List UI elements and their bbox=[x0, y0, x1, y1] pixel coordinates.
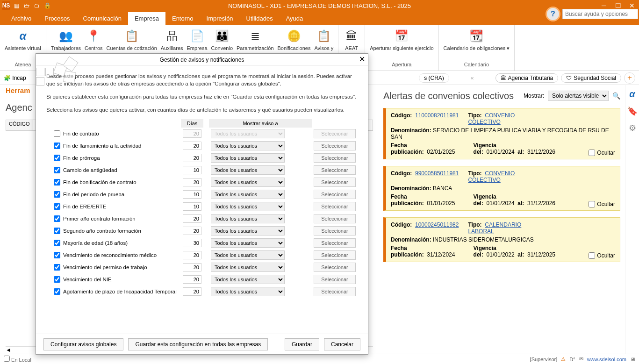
btn-cuentas[interactable]: 📋Cuentas de cotización bbox=[105, 27, 159, 52]
btn-aeat[interactable]: 🏛AEAT bbox=[341, 27, 362, 52]
help-orb-icon[interactable]: ? bbox=[546, 7, 560, 21]
row-days[interactable] bbox=[183, 166, 201, 174]
row-days[interactable] bbox=[183, 190, 201, 199]
row-check[interactable] bbox=[54, 191, 60, 198]
row-days[interactable] bbox=[183, 202, 201, 211]
btn-avisos[interactable]: 📋Avisos y bbox=[312, 27, 335, 52]
help-search-input[interactable] bbox=[562, 9, 638, 19]
row-user[interactable]: Todos los usuarios bbox=[211, 263, 285, 272]
tab-procesos[interactable]: Procesos bbox=[38, 12, 76, 25]
alerts-filter-select[interactable]: Solo alertas visibles bbox=[548, 91, 609, 101]
btn-parametrizacion[interactable]: ≣Parametrización bbox=[235, 27, 275, 52]
row-days[interactable] bbox=[183, 263, 201, 271]
row-check[interactable] bbox=[54, 130, 60, 137]
row-user[interactable]: Todos los usuarios bbox=[211, 250, 285, 260]
alert-ocultar-check[interactable] bbox=[589, 252, 595, 259]
row-check[interactable] bbox=[54, 252, 60, 258]
row-user[interactable]: Todos los usuarios bbox=[211, 287, 285, 296]
tab-utilidades[interactable]: Utilidades bbox=[240, 12, 280, 25]
tab-impresion[interactable]: Impresión bbox=[200, 12, 240, 25]
gear-icon[interactable]: ⚙ bbox=[629, 123, 636, 133]
row-select-btn[interactable]: Seleccionar bbox=[314, 178, 356, 187]
row-user[interactable]: Todos los usuarios bbox=[211, 178, 285, 187]
row-check[interactable] bbox=[54, 143, 60, 149]
row-check[interactable] bbox=[54, 240, 60, 246]
collapse-icon[interactable]: « bbox=[452, 75, 493, 81]
col-codigo[interactable]: CÓDIGO bbox=[6, 120, 33, 130]
alert-codigo[interactable]: 99000585011981 bbox=[415, 170, 459, 177]
btn-empresa[interactable]: 📄Empresa bbox=[185, 27, 209, 52]
status-url[interactable]: www.sdelsol.com bbox=[587, 357, 626, 362]
d-icon[interactable]: D° bbox=[569, 357, 575, 362]
alert-ocultar-check[interactable] bbox=[589, 201, 595, 207]
row-check[interactable] bbox=[54, 155, 60, 161]
btn-convenio[interactable]: 👪Convenio bbox=[209, 27, 235, 52]
row-select-btn[interactable]: Seleccionar bbox=[314, 190, 356, 199]
tab-empresa[interactable]: Empresa bbox=[128, 12, 165, 25]
row-select-btn[interactable]: Seleccionar bbox=[314, 238, 356, 248]
dialog-close-button[interactable]: ✕ bbox=[359, 55, 365, 64]
row-days[interactable] bbox=[183, 227, 201, 235]
status-check[interactable] bbox=[4, 356, 10, 362]
row-days[interactable] bbox=[183, 239, 201, 247]
tab-ayuda[interactable]: Ayuda bbox=[280, 12, 310, 25]
link-seguridad[interactable]: 🛡 Seguridad Social bbox=[561, 73, 621, 83]
btn-aperturar[interactable]: 📅Aperturar siguiente ejercicio bbox=[368, 27, 435, 52]
monitor-icon[interactable]: 🖥 bbox=[630, 357, 635, 362]
row-select-btn[interactable]: Seleccionar bbox=[314, 263, 356, 272]
row-select-btn[interactable]: Seleccionar bbox=[314, 153, 356, 163]
row-user[interactable]: Todos los usuarios bbox=[211, 214, 285, 223]
btn-auxiliares[interactable]: 品Auxiliares bbox=[159, 27, 185, 52]
row-days[interactable] bbox=[183, 142, 201, 150]
alert-ocultar-check[interactable] bbox=[589, 150, 595, 156]
btn-save-all[interactable]: Guardar esta configuración en todas las … bbox=[128, 338, 268, 350]
row-user[interactable]: Todos los usuarios bbox=[211, 153, 285, 163]
tab-archivo[interactable]: Archivo bbox=[5, 12, 38, 25]
row-days[interactable] bbox=[183, 178, 201, 186]
row-check[interactable] bbox=[54, 167, 60, 173]
subbar-left[interactable]: 🧩 Incap bbox=[4, 75, 26, 81]
row-select-btn[interactable]: Seleccionar bbox=[314, 129, 356, 138]
row-check[interactable] bbox=[54, 203, 60, 210]
row-user[interactable]: Todos los usuarios bbox=[211, 129, 285, 138]
btn-centros[interactable]: 📍Centros bbox=[83, 27, 105, 52]
row-user[interactable]: Todos los usuarios bbox=[211, 202, 285, 211]
row-days[interactable] bbox=[183, 129, 201, 138]
row-days[interactable] bbox=[183, 214, 201, 223]
bookmark-icon[interactable]: 🔖 bbox=[627, 106, 638, 116]
warn-icon[interactable]: ⚠ bbox=[561, 356, 566, 362]
row-user[interactable]: Todos los usuarios bbox=[211, 165, 285, 175]
alpha-icon[interactable]: α bbox=[629, 89, 635, 100]
row-days[interactable] bbox=[183, 251, 201, 259]
btn-config-global[interactable]: Configurar avisos globales bbox=[43, 338, 123, 350]
alert-codigo[interactable]: 11000082011981 bbox=[415, 112, 459, 119]
row-days[interactable] bbox=[183, 154, 201, 162]
search-icon[interactable]: 🔍 bbox=[612, 92, 620, 100]
row-select-btn[interactable]: Seleccionar bbox=[314, 214, 356, 223]
row-select-btn[interactable]: Seleccionar bbox=[314, 287, 356, 296]
row-user[interactable]: Todos los usuarios bbox=[211, 238, 285, 248]
add-link-button[interactable]: ＋ bbox=[624, 72, 635, 84]
tab-entorno[interactable]: Entorno bbox=[165, 12, 200, 25]
row-user[interactable]: Todos los usuarios bbox=[211, 141, 285, 150]
row-select-btn[interactable]: Seleccionar bbox=[314, 202, 356, 211]
btn-bonificaciones[interactable]: 🪙Bonificaciones bbox=[276, 27, 313, 52]
tab-comunicacion[interactable]: Comunicación bbox=[77, 12, 128, 25]
row-check[interactable] bbox=[54, 264, 60, 271]
link-agencia[interactable]: 🏛 Agencia Tributaria bbox=[495, 73, 559, 83]
row-check[interactable] bbox=[54, 228, 60, 234]
row-user[interactable]: Todos los usuarios bbox=[211, 190, 285, 199]
row-select-btn[interactable]: Seleccionar bbox=[314, 141, 356, 150]
row-select-btn[interactable]: Seleccionar bbox=[314, 275, 356, 284]
row-check[interactable] bbox=[54, 179, 60, 186]
row-user[interactable]: Todos los usuarios bbox=[211, 275, 285, 284]
row-check[interactable] bbox=[54, 288, 60, 295]
btn-trabajadores[interactable]: 👥Trabajadores bbox=[49, 27, 83, 52]
btn-guardar[interactable]: Guardar bbox=[285, 338, 319, 350]
btn-asistente[interactable]: αAsistente virtual bbox=[3, 27, 43, 52]
btn-calendario[interactable]: 📆Calendario de obligaciones ▾ bbox=[442, 27, 512, 52]
row-check[interactable] bbox=[54, 215, 60, 222]
alert-codigo[interactable]: 10000245011982 bbox=[415, 221, 459, 228]
row-user[interactable]: Todos los usuarios bbox=[211, 226, 285, 236]
row-check[interactable] bbox=[54, 276, 60, 283]
